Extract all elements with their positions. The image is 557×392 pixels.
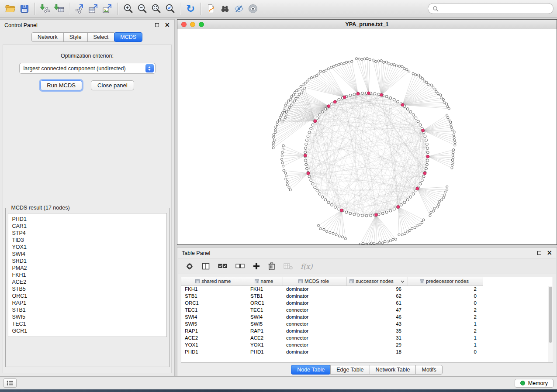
table-row[interactable]: ORC1ORC1dominator610 [181,299,483,306]
open-session-button[interactable] [3,2,17,16]
mcds-result-item[interactable]: CAR1 [12,223,163,230]
zoom-selected-button[interactable] [163,2,177,16]
close-panel-icon[interactable]: × [547,250,552,256]
cell-text: dominator [283,285,346,292]
apply-layout-button[interactable]: ↻ [183,2,197,16]
close-panel-button[interactable]: Close panel [91,80,134,90]
mcds-result-item[interactable]: GCR1 [12,327,163,334]
table-row[interactable]: SWI4SWI4dominator462 [181,313,483,320]
cell-value: 0 [408,292,483,299]
network-canvas[interactable] [177,29,557,244]
mcds-result-item[interactable]: STP4 [12,230,163,237]
import-network-button[interactable] [38,2,52,16]
export-table-button[interactable] [86,2,100,16]
toolbar-separator [180,3,180,15]
tab-select[interactable]: Select [87,32,115,42]
mcds-result-item[interactable]: STB1 [12,306,163,313]
tab-edge-table[interactable]: Edge Table [330,365,370,375]
tab-node-table[interactable]: Node Table [291,365,331,375]
table-row[interactable]: STB1STB1dominator620 [181,292,483,299]
mcds-result-list[interactable]: PHD1CAR1STP4TID3YOX1SWI4SRD1PMA2FKH1ACE2… [8,213,167,337]
tab-network-table[interactable]: Network Table [370,365,416,375]
cell-value: 1 [408,334,483,341]
maximize-window-icon[interactable] [199,22,204,27]
table-row[interactable]: YOX1YOX1connector291 [181,341,483,348]
find-button[interactable] [218,2,232,16]
minimize-window-icon[interactable] [190,22,195,27]
zoom-in-button[interactable] [121,2,135,16]
tab-mcds[interactable]: MCDS [114,32,142,42]
mcds-result-item[interactable]: SWI4 [12,251,163,258]
table-row[interactable]: TEC1TEC1connector472 [181,306,483,313]
mcds-result-item[interactable]: ACE2 [12,279,163,285]
zoom-fit-button[interactable] [149,2,163,16]
zoom-out-button[interactable] [135,2,149,16]
table-tabs: Node TableEdge TableNetwork TableMotifs [177,364,557,376]
close-panel-icon[interactable]: × [164,22,170,28]
export-image-button[interactable] [100,2,114,16]
add-column-button[interactable] [253,262,260,270]
mcds-result-item[interactable]: SWI5 [12,313,163,320]
mcds-result-item[interactable]: SRD1 [12,258,163,265]
scrollbar-thumb[interactable] [549,287,552,343]
node-table: shared namenameMCDS rolesuccessor nodesp… [181,277,553,363]
table-row[interactable]: PHD1PHD1dominator180 [181,348,483,355]
float-panel-icon[interactable] [155,23,159,27]
cell-text: SWI5 [247,320,283,327]
deselect-all-columns-button[interactable] [235,262,245,271]
search-input[interactable] [441,6,549,12]
table-row[interactable]: ACE2ACE2connector311 [181,334,483,341]
select-all-columns-button[interactable] [218,262,228,271]
hide-selected-button[interactable] [232,2,246,16]
mcds-result-item[interactable]: TEC1 [12,320,163,327]
column-header-name[interactable]: name [247,277,283,285]
floppy-icon [19,3,30,14]
network-window-titlebar[interactable]: YPA_prune.txt_1 [177,20,557,29]
cell-value: 47 [346,306,408,313]
show-all-button[interactable] [246,2,260,16]
memory-button[interactable]: Memory [515,379,554,388]
mcds-result-item[interactable]: PMA2 [12,265,163,272]
table-row[interactable]: SWI5SWI5connector431 [181,320,483,327]
table-scrollbar[interactable] [548,286,552,362]
mcds-result-item[interactable]: ORC1 [12,292,163,299]
run-mcds-button[interactable]: Run MCDS [40,80,82,90]
mcds-result-item[interactable]: FKH1 [12,272,163,279]
save-session-button[interactable] [17,2,31,16]
tab-motifs[interactable]: Motifs [415,365,442,375]
column-header-predecessor-nodes[interactable]: predecessor nodes [408,277,483,285]
cell-value: 31 [346,334,408,341]
tab-network[interactable]: Network [31,32,64,42]
mcds-result-item[interactable]: PHD1 [12,216,163,223]
import-table-button[interactable] [52,2,66,16]
zoom-fit-icon [151,3,162,14]
mcds-result-item[interactable]: RAP1 [12,299,163,306]
toggle-column-panel-button[interactable] [201,262,210,271]
table-body: FKH1FKH1dominator962STB1STB1dominator620… [181,285,483,355]
cell-text: STB1 [247,292,283,299]
column-header-successor-nodes[interactable]: successor nodes [346,277,408,285]
delete-column-button[interactable] [268,262,276,271]
search-field[interactable] [428,3,554,14]
table-mode-button[interactable] [185,262,194,271]
column-header-shared-name[interactable]: shared name [181,277,247,285]
optimization-criterion-label: Optimization criterion: [61,53,114,59]
mcds-result-item[interactable]: YOX1 [12,244,163,251]
select-arrows-icon [145,64,154,72]
plus-icon [253,262,260,270]
workspace: Control Panel × NetworkStyleSelectMCDS O… [0,17,557,376]
mcds-result-item[interactable]: TID3 [12,237,163,244]
tab-style[interactable]: Style [63,32,88,42]
mcds-result-box: MCDS result (17 nodes) PHD1CAR1STP4TID3Y… [5,205,170,367]
float-panel-icon[interactable] [537,251,541,255]
export-network-button[interactable] [73,2,86,16]
close-window-icon[interactable] [181,22,187,27]
column-header-mcds-role[interactable]: MCDS role [283,277,346,285]
cell-value: 46 [346,313,408,320]
table-row[interactable]: FKH1FKH1dominator962 [181,285,483,292]
criterion-select[interactable]: largest connected component (undirected) [19,63,156,74]
mcds-result-item[interactable]: STB5 [12,285,163,292]
export-web-button[interactable] [204,2,218,16]
table-row[interactable]: RAP1RAP1dominator352 [181,327,483,334]
panel-list-button[interactable] [3,378,17,388]
